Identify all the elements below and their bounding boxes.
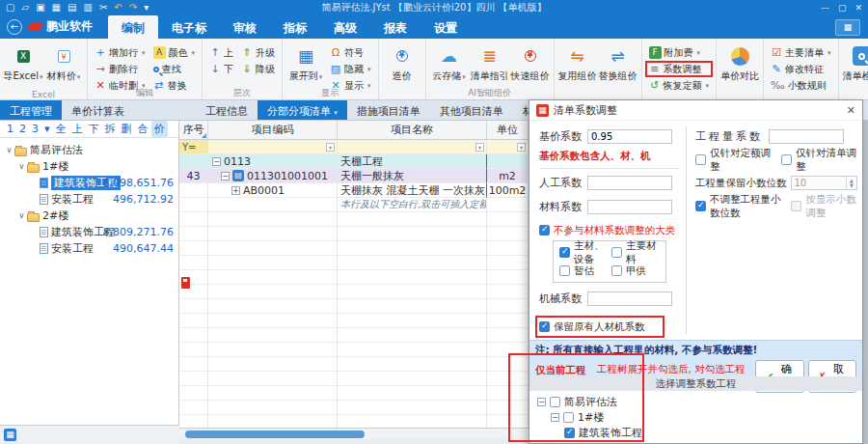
quantity-coefficient-input[interactable]: [769, 129, 844, 144]
option-major-material[interactable]: 主要材料: [611, 245, 660, 260]
tab-other-list[interactable]: 其他项目清单: [430, 100, 513, 120]
tab-project-info[interactable]: 工程信息: [196, 100, 258, 120]
chevron-down-icon[interactable]: ∨: [16, 162, 27, 171]
table-row[interactable]: +AB0001天棚抹灰 混凝土天棚 一次抹灰 (10mm)100m2: [179, 183, 529, 198]
filter-dropdown-icon[interactable]: ▾: [475, 143, 484, 152]
tab-project-manage[interactable]: 工程管理: [0, 100, 62, 120]
dialog-tree-item[interactable]: −1#楼: [537, 410, 862, 425]
stepper-arrows-icon[interactable]: ▲▼: [846, 177, 856, 189]
filter-dropdown-icon[interactable]: ▾: [326, 143, 335, 152]
table-empty-row[interactable]: [179, 256, 529, 270]
table-row[interactable]: −0113天棚工程: [179, 154, 529, 169]
table-empty-row[interactable]: [179, 270, 529, 285]
expand-toggle-icon[interactable]: −: [221, 172, 230, 180]
surcharge-button[interactable]: F附加费▾: [647, 46, 712, 59]
restore-quota-button[interactable]: ↺恢复定额▾: [647, 79, 712, 92]
column-header-项目名称[interactable]: 项目名称: [338, 121, 487, 140]
filter-cell[interactable]: ▾: [487, 140, 529, 154]
table-empty-row[interactable]: [179, 285, 529, 299]
filter-cell[interactable]: ▾: [338, 140, 487, 154]
symbol-button[interactable]: Ω符号: [328, 46, 373, 59]
chevron-down-icon[interactable]: ∨: [16, 211, 27, 220]
redo-icon[interactable]: ↷: [129, 0, 137, 15]
quick-pricing-button[interactable]: ¥快速组价: [510, 42, 551, 83]
by-display-option[interactable]: 按显示小数调整: [791, 199, 857, 213]
tree-toolbar-button-上[interactable]: 上: [69, 121, 86, 137]
exclude-category-checkbox[interactable]: [539, 225, 550, 236]
expand-toggle-icon[interactable]: −: [551, 413, 559, 422]
dialog-tree-item[interactable]: −简易评估法: [537, 395, 862, 409]
filter-cell[interactable]: Y=: [179, 140, 208, 154]
column-header-单位[interactable]: 单位: [487, 121, 529, 140]
dialog-tree-item[interactable]: 建筑装饰工程: [537, 426, 862, 440]
tree-toolbar-button-删[interactable]: 删: [119, 121, 135, 137]
table-empty-row[interactable]: [179, 241, 529, 256]
tree-toolbar-button-▾[interactable]: ▾: [41, 122, 53, 136]
tree-toolbar-button-价[interactable]: 价: [151, 121, 168, 137]
filter-dropdown-icon[interactable]: ▾: [517, 143, 526, 152]
paste-icon[interactable]: ▥: [84, 0, 93, 15]
tree-item[interactable]: ∨2#楼: [0, 208, 178, 224]
no-adjust-decimal-option[interactable]: 不调整工程量小数位数: [695, 199, 785, 213]
tree-checkbox[interactable]: [563, 412, 574, 423]
replace-pricing-button[interactable]: ⇌替换组价: [598, 42, 638, 83]
tree-item[interactable]: ∨1#楼: [0, 158, 178, 175]
tree-item[interactable]: 安装工程496,712.92: [0, 191, 178, 208]
undo-icon[interactable]: ↶: [114, 0, 122, 15]
move-up-button[interactable]: ↑上: [207, 46, 235, 59]
table-empty-row[interactable]: [179, 401, 529, 415]
tree-item[interactable]: 建筑装饰工程8,809,271.76: [0, 224, 178, 240]
table-filter-row[interactable]: Y=▾▾▾: [179, 140, 529, 154]
tab-index[interactable]: 指标: [270, 15, 320, 39]
cost-button[interactable]: ¥造价: [382, 42, 422, 83]
labor-coefficient-input[interactable]: [587, 176, 672, 190]
add-row-button[interactable]: +增加行▾: [93, 46, 148, 59]
material-price-button[interactable]: ¥材料价▾: [43, 42, 84, 83]
expand-toggle-icon[interactable]: −: [537, 398, 546, 406]
main-window-button[interactable]: ▦: [835, 19, 860, 36]
move-down-button[interactable]: ↓下: [207, 63, 235, 75]
tree-item[interactable]: 安装工程490,647.44: [0, 240, 178, 257]
minimize-icon[interactable]: —: [821, 3, 829, 13]
list-check-button[interactable]: 清单检查: [842, 42, 868, 83]
expand-toggle-icon[interactable]: +: [231, 186, 240, 195]
copy-icon[interactable]: ▤: [68, 0, 76, 15]
chevron-down-icon[interactable]: ∨: [4, 146, 14, 154]
coefficient-adjust-button[interactable]: ≡系数调整: [647, 63, 712, 75]
grid-icon[interactable]: ▦: [4, 429, 16, 441]
table-empty-row[interactable]: [179, 227, 529, 241]
tree-toolbar-button-合[interactable]: 合: [135, 121, 151, 137]
close-icon[interactable]: ✕: [854, 3, 862, 13]
delete-row-button[interactable]: →删除行: [93, 63, 148, 75]
unit-price-compare-button[interactable]: 单价对比: [719, 42, 760, 83]
tree-toolbar-button-2[interactable]: 2: [16, 122, 29, 136]
table-empty-row[interactable]: [179, 415, 529, 428]
reuse-pricing-button[interactable]: ⇋复用组价: [557, 42, 598, 83]
hide-button[interactable]: ▨隐藏▾: [328, 63, 373, 75]
tab-boq-list[interactable]: 分部分项清单 ▾: [258, 100, 347, 120]
only-quota-option[interactable]: 仅针对定额调整: [695, 153, 772, 167]
find-button[interactable]: 查找: [151, 63, 198, 75]
cut-icon[interactable]: ✂: [99, 0, 107, 15]
tab-unit-price-sheet[interactable]: 单价计算表: [62, 100, 134, 120]
table-empty-row[interactable]: [179, 357, 529, 372]
back-button[interactable]: ←: [7, 19, 22, 35]
option-main-material-equipment[interactable]: 主材、设备: [559, 245, 608, 260]
tree-item[interactable]: ∨简易评估法: [0, 142, 178, 158]
option-provisional[interactable]: 暂估: [559, 264, 608, 278]
tree-toolbar-button-全[interactable]: 全: [53, 121, 69, 137]
material-coefficient-input[interactable]: [587, 200, 672, 214]
tree-toolbar-button-1[interactable]: 1: [4, 122, 16, 136]
table-empty-row[interactable]: [179, 386, 529, 401]
table-empty-row[interactable]: [179, 314, 529, 328]
tab-advanced[interactable]: 高级: [320, 15, 370, 39]
table-row[interactable]: 本行及以下空白行,双击可插入定额或清单: [179, 198, 529, 212]
table-empty-row[interactable]: [179, 343, 529, 357]
column-header-项目编码[interactable]: 项目编码: [208, 121, 338, 140]
tab-settings[interactable]: 设置: [420, 15, 471, 39]
edit-feature-button[interactable]: ✎修改特征: [769, 63, 833, 75]
more-icon[interactable]: ▾: [144, 0, 149, 15]
machine-coefficient-input[interactable]: [587, 291, 672, 306]
only-list-option[interactable]: 仅针对清单调整: [781, 153, 857, 167]
table-empty-row[interactable]: [179, 372, 529, 386]
